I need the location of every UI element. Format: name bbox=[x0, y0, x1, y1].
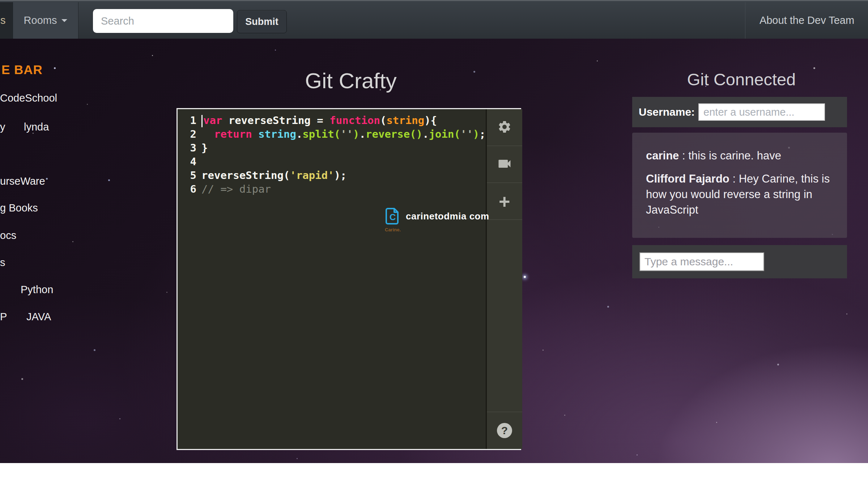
sidebar-item-courseware[interactable]: urseWare bbox=[0, 175, 45, 187]
submit-button[interactable]: Submit bbox=[237, 10, 287, 33]
rooms-label: Rooms bbox=[24, 14, 57, 26]
code-lines[interactable]: 1var reverseString = function(string){2 … bbox=[178, 109, 486, 449]
message-bar bbox=[632, 245, 847, 278]
nav-rooms-dropdown[interactable]: Rooms bbox=[13, 2, 78, 39]
chat-message: carine : this is carine. have bbox=[646, 148, 833, 163]
bright-star-decoration bbox=[524, 276, 526, 278]
sidebar-item-truncated-s[interactable]: s bbox=[0, 257, 5, 269]
page-title: Git Crafty bbox=[253, 68, 448, 93]
editor-icon-strip: + ? bbox=[486, 109, 522, 449]
help-button[interactable]: ? bbox=[487, 412, 522, 449]
chat-message: Clifford Fajardo : Hey Carine, this is h… bbox=[646, 171, 833, 218]
starfield-background: E BAR CodeSchool y lynda urseWare g Book… bbox=[0, 39, 868, 463]
page: s Rooms Submit About the Dev Team E BAR … bbox=[0, 0, 868, 488]
chat-message-input[interactable] bbox=[639, 252, 764, 271]
watermark-letter: C bbox=[390, 212, 396, 222]
sidebar-item-python[interactable]: Python bbox=[21, 284, 53, 296]
username-input[interactable] bbox=[698, 103, 825, 121]
sidebar-item-lynda[interactable]: lynda bbox=[24, 121, 49, 133]
sidebar-title: E BAR bbox=[1, 63, 43, 77]
username-bar: Username: bbox=[632, 97, 847, 127]
video-camera-icon bbox=[497, 156, 512, 173]
watermark-text: carinetodmia.com bbox=[406, 211, 489, 222]
question-icon: ? bbox=[497, 423, 512, 438]
search-input[interactable] bbox=[93, 9, 233, 33]
sidebar-item-java[interactable]: JAVA bbox=[26, 311, 51, 323]
watermark-caption: Carine. bbox=[385, 227, 401, 232]
sidebar-item-truncated-y[interactable]: y bbox=[0, 121, 5, 133]
watermark: C Carine. carinetodmia.com bbox=[385, 208, 489, 232]
video-button[interactable] bbox=[487, 146, 522, 183]
top-navbar: s Rooms Submit About the Dev Team bbox=[0, 0, 868, 39]
sidebar-item-truncated-p[interactable]: P bbox=[0, 311, 7, 323]
sidebar-item-docs[interactable]: ocs bbox=[0, 230, 16, 241]
chat-panel-title: Git Connected bbox=[647, 69, 835, 89]
nav-item-truncated[interactable]: s bbox=[0, 2, 13, 39]
gear-icon bbox=[497, 120, 512, 136]
strip-spacer bbox=[487, 220, 522, 412]
sidebar-item-books[interactable]: g Books bbox=[0, 202, 38, 214]
nav-about-link[interactable]: About the Dev Team bbox=[745, 2, 868, 39]
sidebar-item-codeschool[interactable]: CodeSchool bbox=[0, 92, 57, 104]
username-label: Username: bbox=[639, 106, 695, 118]
chat-message-list: carine : this is carine. have Clifford F… bbox=[632, 133, 847, 238]
add-button[interactable]: + bbox=[487, 183, 522, 220]
plus-icon: + bbox=[499, 192, 510, 211]
code-editor: 1var reverseString = function(string){2 … bbox=[176, 108, 521, 450]
chevron-down-icon bbox=[61, 19, 67, 25]
settings-button[interactable] bbox=[487, 109, 522, 146]
file-c-icon: C bbox=[386, 208, 400, 227]
